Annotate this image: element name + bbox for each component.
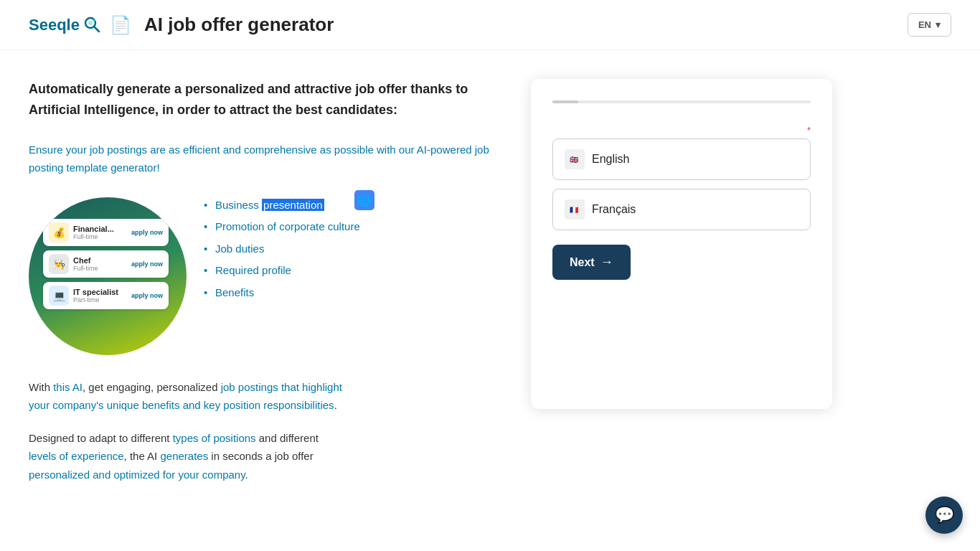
feature-item-duties: Job duties xyxy=(204,241,360,258)
job-card-type-chef: Full-time xyxy=(73,265,127,272)
feature-item-promotion: Promotion of corporate culture xyxy=(204,219,360,235)
job-card-chef: 👨‍🍳 Chef Full-time apply now xyxy=(43,250,169,278)
bottom-description-2: Designed to adapt to different types of … xyxy=(29,429,502,484)
chat-button[interactable]: 💬 xyxy=(925,496,963,534)
link-benefits: your company's unique benefits and key p… xyxy=(29,399,334,411)
english-label: English xyxy=(592,153,629,166)
page-title: AI job offer generator xyxy=(144,14,334,36)
language-selector[interactable]: EN ▾ xyxy=(908,13,951,37)
job-card-it: 💻 IT specialist Part-time apply now xyxy=(43,282,169,309)
svg-line-1 xyxy=(94,27,99,32)
apply-button-it[interactable]: apply now xyxy=(131,292,163,299)
feature-list: Business presentation Promotion of corpo… xyxy=(204,197,360,307)
illustration-area: 💰 Financial... Full-time apply now 👨‍🍳 C… xyxy=(29,197,502,355)
chef-icon: 👨‍🍳 xyxy=(49,254,69,274)
header: Seeqle 📄 AI job offer generator EN ▾ xyxy=(0,0,980,50)
bottom-description-1: With this AI, get engaging, personalized… xyxy=(29,378,502,415)
right-panel: * 🇬🇧 English 🇫🇷 Français Next → xyxy=(531,79,832,498)
page-icon: 📄 xyxy=(110,15,131,35)
arrow-right-icon: → xyxy=(600,255,613,270)
circle-illustration: 💰 Financial... Full-time apply now 👨‍🍳 C… xyxy=(29,197,187,355)
link-personalized: personalized and optimized for your comp… xyxy=(29,468,245,481)
job-card-title-it: IT specialist xyxy=(73,288,127,296)
job-card-type: Full-time xyxy=(73,233,127,240)
apply-button-chef[interactable]: apply now xyxy=(131,260,163,268)
intro-description: Ensure your job postings are as efficien… xyxy=(29,141,502,177)
feature-item-business: Business presentation xyxy=(204,197,360,214)
chat-icon: 💬 xyxy=(935,506,954,524)
link-job-postings: job postings that highlight xyxy=(221,381,342,393)
lang-code: EN xyxy=(918,19,931,30)
progress-bar-fill xyxy=(552,100,578,103)
progress-bar-container xyxy=(552,100,811,103)
required-label: * xyxy=(552,125,811,136)
link-types: types of positions xyxy=(173,432,256,444)
chevron-down-icon: ▾ xyxy=(936,19,941,30)
next-button[interactable]: Next → xyxy=(552,245,631,280)
job-card-title-chef: Chef xyxy=(73,256,127,265)
language-selection-card: * 🇬🇧 English 🇫🇷 Français Next → xyxy=(531,79,832,409)
main-content: Automatically generate a personalized an… xyxy=(0,50,980,527)
english-flag-icon: 🇬🇧 xyxy=(565,149,585,169)
job-card-type-it: Part-time xyxy=(73,296,127,303)
job-card-finance: 💰 Financial... Full-time apply now xyxy=(43,219,169,246)
highlight-text: presentation xyxy=(262,199,324,211)
feature-item-benefits: Benefits xyxy=(204,285,360,301)
apply-button[interactable]: apply now xyxy=(131,229,163,236)
language-option-french[interactable]: 🇫🇷 Français xyxy=(552,189,811,230)
left-content: Automatically generate a personalized an… xyxy=(29,79,502,498)
link-generates: generates xyxy=(160,450,208,462)
logo: Seeqle xyxy=(29,15,103,35)
svg-point-2 xyxy=(88,21,93,25)
job-cards-illustration: 💰 Financial... Full-time apply now 👨‍🍳 C… xyxy=(43,219,169,309)
language-option-english[interactable]: 🇬🇧 English xyxy=(552,138,811,180)
french-flag-icon: 🇫🇷 xyxy=(565,199,585,220)
link-experience: levels of experience xyxy=(29,450,124,462)
job-card-title: Financial... xyxy=(73,225,127,233)
feature-area: 🌐 Business presentation Promotion of cor… xyxy=(204,197,360,307)
link-this-ai: this AI xyxy=(53,381,83,393)
header-left: Seeqle 📄 AI job offer generator xyxy=(29,14,334,36)
french-label: Français xyxy=(592,203,636,216)
it-icon: 💻 xyxy=(49,286,69,306)
logo-icon xyxy=(83,15,103,35)
feature-item-profile: Required profile xyxy=(204,263,360,279)
required-asterisk: * xyxy=(807,125,811,136)
next-label: Next xyxy=(570,256,595,269)
finance-icon: 💰 xyxy=(49,222,69,242)
main-heading: Automatically generate a personalized an… xyxy=(29,79,502,121)
logo-name: Seeqle xyxy=(29,16,80,34)
